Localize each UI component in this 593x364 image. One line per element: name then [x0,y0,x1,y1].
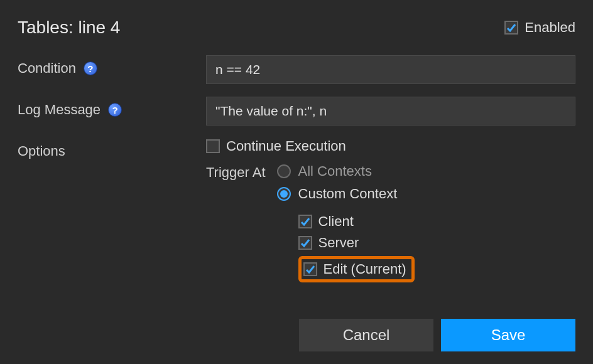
edit-checkbox[interactable] [303,262,317,276]
save-button[interactable]: Save [441,319,575,351]
context-checkboxes: Client Server [298,213,415,282]
enabled-label: Enabled [525,19,575,36]
trigger-at-row: Trigger At All Contexts Custom Context [206,163,575,282]
server-checkbox[interactable] [298,236,312,250]
custom-context-option: Custom Context [277,186,415,202]
client-label: Client [318,213,354,230]
all-contexts-label: All Contexts [298,163,372,179]
condition-input[interactable] [206,55,575,84]
server-label: Server [318,235,359,251]
enabled-checkbox[interactable] [504,21,518,35]
all-contexts-radio[interactable] [277,164,291,178]
dialog-header: Tables: line 4 Enabled [18,18,575,38]
options-row: Options Continue Execution Trigger At Al… [18,138,575,282]
dialog-title: Tables: line 4 [18,18,120,38]
log-message-label: Log Message [18,102,101,118]
cancel-button[interactable]: Cancel [299,319,433,351]
custom-context-radio[interactable] [277,187,291,201]
condition-label-col: Condition ? [18,55,206,77]
options-label-col: Options [18,138,206,159]
log-message-input[interactable] [206,97,575,126]
help-icon[interactable]: ? [84,62,97,75]
condition-row: Condition ? [18,55,575,84]
all-contexts-option: All Contexts [277,163,415,179]
continue-execution-row: Continue Execution [206,138,575,154]
server-context-row: Server [298,235,415,251]
log-message-row: Log Message ? [18,97,575,126]
client-checkbox[interactable] [298,215,312,228]
edit-context-row: Edit (Current) [303,261,406,277]
options-label: Options [18,143,65,159]
enabled-toggle-row: Enabled [504,19,575,36]
client-context-row: Client [298,213,415,230]
custom-context-label: Custom Context [298,186,398,202]
help-icon[interactable]: ? [108,103,122,117]
log-message-label-col: Log Message ? [18,97,206,118]
trigger-at-radio-group: All Contexts Custom Context Client [277,163,415,282]
highlight-edit-current: Edit (Current) [298,256,415,282]
trigger-at-label: Trigger At [206,163,266,181]
continue-execution-label: Continue Execution [226,138,346,154]
edit-label: Edit (Current) [324,261,406,277]
dialog-footer: Cancel Save [18,306,575,351]
breakpoint-dialog: Tables: line 4 Enabled Condition ? Log M… [0,0,593,364]
continue-execution-checkbox[interactable] [206,139,220,153]
condition-label: Condition [18,60,76,77]
